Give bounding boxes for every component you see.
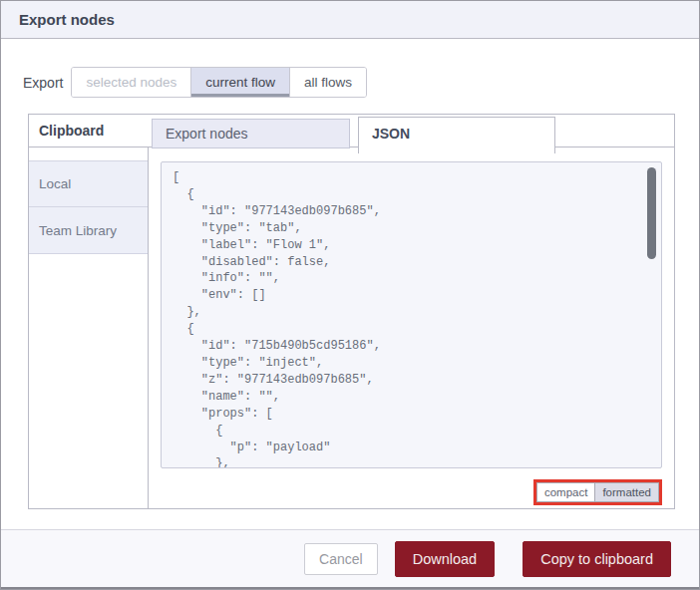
option-all-flows[interactable]: all flows xyxy=(290,68,366,97)
library-sidebar: Local Team Library xyxy=(29,148,149,508)
dialog-title: Export nodes xyxy=(1,1,699,28)
clipboard-section-label: Clipboard xyxy=(39,123,104,139)
json-code-text: [ { "id": "977143edb097b685", "type": "t… xyxy=(162,162,661,468)
option-selected-nodes[interactable]: selected nodes xyxy=(72,68,191,97)
scrollbar-thumb[interactable] xyxy=(647,167,656,259)
tab-json[interactable]: JSON xyxy=(358,117,555,153)
panel-body: Local Team Library [ { "id": "977143edb0… xyxy=(29,148,674,508)
red-annotation-highlight: compact formatted xyxy=(533,479,662,505)
cancel-button[interactable]: Cancel xyxy=(304,543,378,575)
formatted-button[interactable]: formatted xyxy=(595,483,658,501)
json-code-editor[interactable]: [ { "id": "977143edb097b685", "type": "t… xyxy=(161,161,662,468)
export-scope-button-group: selected nodes current flow all flows xyxy=(71,67,367,98)
copy-to-clipboard-button[interactable]: Copy to clipboard xyxy=(523,541,671,577)
export-panel: Clipboard Export nodes JSON Local Team L… xyxy=(28,114,675,509)
option-current-flow[interactable]: current flow xyxy=(191,68,290,97)
dialog-header: Export nodes xyxy=(1,1,699,39)
export-scope-label: Export xyxy=(23,75,63,91)
export-scope-row: Export selected nodes current flow all f… xyxy=(23,67,367,98)
download-button[interactable]: Download xyxy=(395,541,496,577)
sidebar-item-local[interactable]: Local xyxy=(29,160,148,207)
json-tab-content: [ { "id": "977143edb097b685", "type": "t… xyxy=(149,148,674,508)
export-nodes-dialog: Export nodes Export selected nodes curre… xyxy=(0,0,700,590)
format-button-group: compact formatted xyxy=(536,482,659,502)
format-toggle-row: compact formatted xyxy=(161,479,662,505)
panel-tab-bar: Clipboard Export nodes JSON xyxy=(29,115,674,148)
tab-export-nodes[interactable]: Export nodes xyxy=(152,119,350,148)
compact-button[interactable]: compact xyxy=(537,483,595,501)
dialog-footer: Cancel Download Copy to clipboard xyxy=(1,529,699,589)
sidebar-item-team-library[interactable]: Team Library xyxy=(29,207,148,254)
